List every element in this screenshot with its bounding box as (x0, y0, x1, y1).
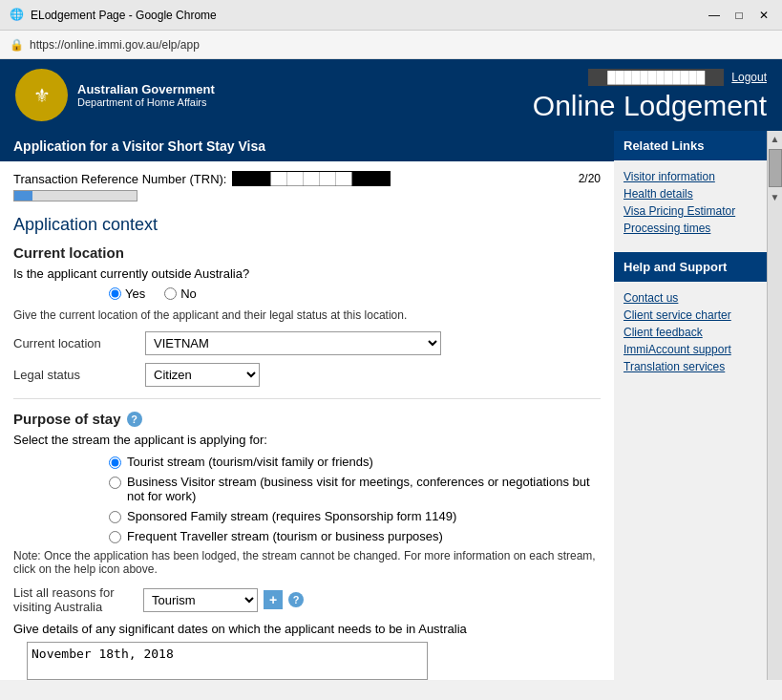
trn-area: Transaction Reference Number (TRN): ████… (0, 161, 614, 202)
scroll-up-arrow[interactable]: ▲ (768, 131, 782, 147)
close-button[interactable]: ✕ (755, 7, 772, 24)
related-links-title: Related Links (614, 131, 767, 160)
url-display[interactable]: https://online.immi.gov.au/elp/app (30, 38, 200, 52)
stream-label: Select the stream the applicant is apply… (13, 433, 601, 447)
related-links-list: Visitor information Health details Visa … (614, 164, 767, 244)
radio-no[interactable] (164, 287, 177, 300)
sidebar: Related Links Visitor information Health… (614, 131, 767, 680)
current-location-section: Current location Is the applicant curren… (0, 244, 614, 387)
radio-no-label[interactable]: No (164, 286, 197, 301)
dates-textarea[interactable]: November 18th, 2018 (27, 642, 428, 680)
page-title: Online Lodgement (533, 90, 767, 122)
dates-label: Give details of any significant dates on… (13, 622, 601, 636)
sidebar-link-visitor-info[interactable]: Visitor information (623, 170, 757, 183)
radio-no-text: No (180, 286, 197, 301)
sidebar-link-pricing[interactable]: Visa Pricing Estimator (623, 204, 757, 218)
title-bar: 🌐 ELodgement Page - Google Chrome — □ ✕ (0, 0, 782, 31)
header-right: ████████████ Logout Online Lodgement (533, 69, 767, 122)
user-name: ████████████ (588, 69, 724, 86)
scroll-thumb[interactable] (769, 149, 782, 187)
maximize-button[interactable]: □ (730, 7, 748, 24)
radio-stream-business[interactable] (109, 477, 121, 489)
scroll-down-arrow[interactable]: ▼ (768, 189, 782, 205)
app-context-section: Application context (0, 202, 614, 235)
progress-bar (13, 190, 137, 202)
stream-business-label: Business Visitor stream (business visit … (127, 475, 601, 503)
current-location-row: Current location VIETNAM (13, 331, 601, 355)
dept-name: Department of Home Affairs (77, 96, 215, 108)
logo-section: ⚜ Australian Government Department of Ho… (15, 69, 215, 121)
site-header: ⚜ Australian Government Department of Ho… (0, 59, 782, 131)
minimize-button[interactable]: — (706, 7, 723, 24)
stream-list: Tourist stream (tourism/visit family or … (109, 455, 601, 543)
stream-tourist: Tourist stream (tourism/visit family or … (109, 455, 601, 469)
current-location-select[interactable]: VIETNAM (145, 331, 441, 355)
sidebar-gap (614, 244, 767, 252)
reasons-select[interactable]: Tourism (143, 588, 258, 612)
window-title: ELodgement Page - Google Chrome (31, 9, 706, 22)
app-context-heading: Application context (13, 215, 601, 235)
progress-bar-fill (14, 191, 32, 201)
help-support-title: Help and Support (614, 252, 767, 282)
current-location-label: Current location (13, 336, 137, 350)
sidebar-link-immi[interactable]: ImmiAccount support (623, 343, 757, 356)
radio-stream-frequent[interactable] (109, 531, 121, 543)
window-controls[interactable]: — □ ✕ (706, 7, 772, 24)
purpose-title: Purpose of stay (13, 411, 121, 427)
logout-button[interactable]: Logout (731, 71, 767, 84)
legal-status-select[interactable]: Citizen (145, 363, 260, 387)
stream-note: Note: Once the application has been lodg… (13, 549, 601, 576)
crest-icon: ⚜ (15, 69, 68, 121)
sidebar-link-health[interactable]: Health details (623, 187, 757, 201)
help-links-list: Contact us Client service charter Client… (614, 286, 767, 383)
current-location-title: Current location (13, 244, 601, 261)
stream-frequent-label: Frequent Traveller stream (tourism or bu… (127, 529, 443, 543)
visa-section-header: Application for a Visitor Short Stay Vis… (0, 131, 614, 161)
content-area: Application for a Visitor Short Stay Vis… (0, 131, 614, 680)
stream-sponsored-label: Sponsored Family stream (requires Sponso… (127, 509, 456, 523)
legal-status-row: Legal status Citizen (13, 363, 601, 387)
browser-icon: 🌐 (10, 8, 25, 23)
address-bar: 🔒 https://online.immi.gov.au/elp/app (0, 31, 782, 59)
sidebar-link-charter[interactable]: Client service charter (623, 308, 757, 322)
stream-business: Business Visitor stream (business visit … (109, 475, 601, 503)
sidebar-link-translation[interactable]: Translation services (623, 360, 757, 373)
radio-stream-tourist[interactable] (109, 456, 121, 469)
purpose-help-icon[interactable]: ? (127, 412, 142, 427)
trn-label: Transaction Reference Number (TRN): (13, 172, 226, 186)
radio-yes-text: Yes (125, 286, 145, 301)
purpose-of-stay-section: Purpose of stay ? Select the stream the … (0, 411, 614, 680)
add-reason-button[interactable]: + (264, 590, 283, 609)
scrollbar[interactable]: ▲ ▼ (767, 131, 782, 680)
sidebar-link-contact[interactable]: Contact us (623, 291, 757, 305)
trn-value: ██████████ (232, 171, 390, 186)
legal-status-label: Legal status (13, 368, 137, 382)
radio-yes[interactable] (109, 287, 121, 300)
logo-text: Australian Government Department of Home… (77, 82, 215, 108)
sidebar-link-processing[interactable]: Processing times (623, 222, 757, 235)
reasons-label: List all reasons for visiting Australia (13, 585, 137, 614)
radio-stream-sponsored[interactable] (109, 511, 121, 523)
radio-yes-label[interactable]: Yes (109, 286, 145, 301)
stream-frequent: Frequent Traveller stream (tourism or bu… (109, 529, 601, 543)
lock-icon: 🔒 (10, 38, 24, 52)
outside-australia-question: Is the applicant currently outside Austr… (13, 266, 601, 281)
location-info: Give the current location of the applica… (13, 308, 601, 322)
stream-tourist-label: Tourist stream (tourism/visit family or … (127, 455, 373, 469)
section-divider (13, 398, 601, 399)
stream-sponsored: Sponsored Family stream (requires Sponso… (109, 509, 601, 523)
user-bar: ████████████ Logout (533, 69, 767, 86)
reasons-row: List all reasons for visiting Australia … (13, 585, 601, 614)
sidebar-link-feedback[interactable]: Client feedback (623, 326, 757, 339)
outside-australia-radios: Yes No (109, 286, 601, 301)
reasons-help-icon[interactable]: ? (288, 592, 304, 607)
trn-count: 2/20 (579, 172, 601, 185)
gov-name: Australian Government (77, 82, 215, 96)
purpose-title-row: Purpose of stay ? (13, 411, 601, 427)
